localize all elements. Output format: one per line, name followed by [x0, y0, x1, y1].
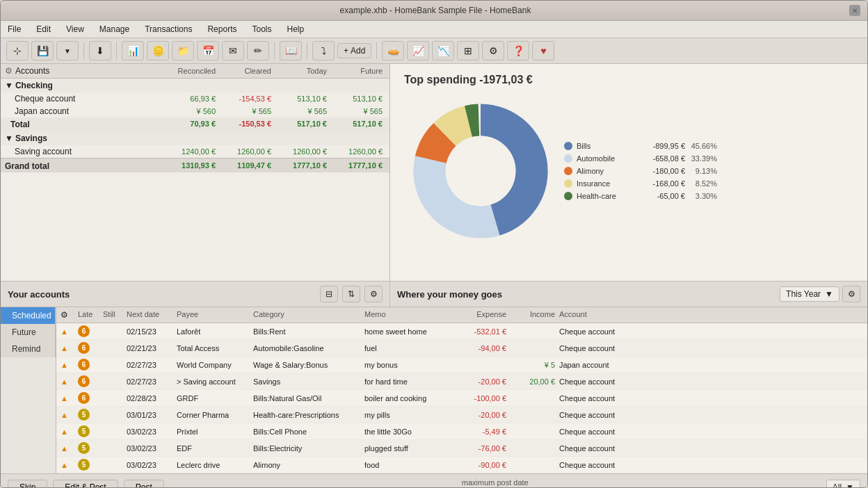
alimony-dot — [564, 167, 572, 175]
accounts-table-header: ⚙ Accounts Reconciled Cleared Today Futu… — [1, 64, 389, 79]
late-badge: 5 — [78, 459, 90, 471]
close-button[interactable]: ✕ — [849, 5, 860, 16]
tab-scheduled[interactable]: Scheduled — [1, 307, 56, 324]
filter-icon-btn[interactable]: ⊟ — [320, 286, 338, 302]
cheque-account-row[interactable]: Cheque account 66,93 € -154,53 € 513,10 … — [1, 92, 389, 105]
toolbar-cursor-btn[interactable]: ⊹ — [6, 41, 29, 60]
toolbar-save-btn[interactable]: 💾 — [31, 41, 54, 60]
toolbar-import-btn[interactable]: ⤵ — [312, 41, 335, 60]
toolbar-calendar-btn[interactable]: 📅 — [197, 41, 219, 60]
period-dropdown[interactable]: This Year ▼ — [780, 286, 839, 302]
account-cell: Cheque account — [557, 392, 634, 405]
memo-cell: plugged stuff — [362, 442, 453, 455]
toolbar-chart-btn[interactable]: 📊 — [122, 41, 144, 60]
table-row[interactable]: ▲ 5 03/02/23 Prixtel Bills:Cell Phone th… — [56, 423, 867, 440]
income-cell — [508, 446, 557, 450]
lower-row: Scheduled Future Remind ⚙ Late Still Nex… — [1, 307, 867, 487]
menu-edit[interactable]: Edit — [33, 23, 54, 35]
toolbar-heart-btn[interactable]: ♥ — [532, 41, 554, 60]
insurance-dot — [564, 179, 572, 188]
saving-account-row[interactable]: Saving account 1240,00 € 1260,00 € 1260,… — [1, 145, 389, 158]
left-bottom-actions: ⊟ ⇅ ⚙ — [320, 286, 383, 302]
insurance-amount: -168,00 € — [636, 179, 685, 188]
skip-button[interactable]: Skip — [8, 480, 47, 488]
japan-future: ¥ 565 — [330, 107, 385, 115]
still-cell — [101, 446, 124, 450]
japan-account-row[interactable]: Japan account ¥ 560 ¥ 565 ¥ 565 ¥ 565 — [1, 105, 389, 117]
still-cell — [101, 346, 124, 350]
toolbar-download-btn[interactable]: ⬇ — [89, 41, 111, 60]
payee-cell: World Company — [175, 359, 251, 371]
savings-group-row[interactable]: ▼Savings — [1, 131, 389, 145]
menu-manage[interactable]: Manage — [97, 23, 132, 35]
lower-content: Scheduled Future Remind ⚙ Late Still Nex… — [1, 307, 867, 473]
toolbar-pen-btn[interactable]: ✏ — [247, 41, 269, 60]
post-button[interactable]: Post — [124, 480, 164, 488]
expense-col-header: Expense — [453, 307, 508, 323]
memo-cell: home sweet home — [362, 325, 453, 338]
toolbar-help-btn[interactable]: ❓ — [507, 41, 529, 60]
menu-file[interactable]: File — [5, 23, 24, 35]
tx-sidebar: Scheduled Future Remind — [1, 307, 56, 473]
tab-future[interactable]: Future — [1, 324, 56, 341]
table-row[interactable]: ▲ 5 03/01/23 Corner Pharma Health-care:P… — [56, 407, 867, 423]
menu-tools[interactable]: Tools — [249, 23, 274, 35]
grand-cleared: 1109,47 € — [218, 161, 274, 171]
menu-view[interactable]: View — [63, 23, 87, 35]
menu-transactions[interactable]: Transactions — [142, 23, 195, 35]
chart-bottom-bar: Where your money goes This Year ▼ ⚙ — [390, 281, 867, 307]
checking-total-reconciled: 70,93 € — [156, 120, 218, 129]
settings-icon-btn[interactable]: ⚙ — [364, 286, 383, 302]
warn-icon: ▲ — [56, 459, 76, 471]
chart-settings-btn[interactable]: ⚙ — [842, 286, 860, 302]
toolbar-folder-btn[interactable]: 📁 — [172, 41, 194, 60]
toolbar-book-btn[interactable]: 📖 — [280, 41, 302, 60]
account-cell: Cheque account — [557, 409, 634, 421]
future-col-header: Future — [330, 67, 385, 75]
tab-remind[interactable]: Remind — [1, 341, 56, 357]
japan-account-name: Japan account — [15, 106, 156, 116]
late-badge: 6 — [78, 342, 90, 354]
late-badge: 6 — [78, 325, 90, 337]
table-row[interactable]: ▲ 6 02/21/23 Total Access Automobile:Gas… — [56, 340, 867, 357]
gear-col[interactable]: ⚙ — [56, 307, 76, 323]
menu-reports[interactable]: Reports — [204, 23, 239, 35]
tx-col-headers: ⚙ Late Still Next date Payee Category Me… — [56, 307, 867, 323]
legend-item-auto: Automobile -658,08 € 33.39% — [564, 154, 717, 163]
table-row[interactable]: ▲ 6 02/27/23 > Saving account Savings fo… — [56, 373, 867, 390]
toolbar-dropdown-btn[interactable]: ▼ — [56, 41, 79, 60]
gear-header-icon: ⚙ — [61, 310, 68, 320]
table-row[interactable]: ▲ 6 02/15/23 Laforêt Bills:Rent home swe… — [56, 323, 867, 340]
memo-cell: my bonus — [362, 359, 453, 371]
badge-cell: 6 — [76, 357, 101, 373]
account-cell: Cheque account — [557, 375, 634, 388]
insurance-label: Insurance — [577, 179, 632, 188]
toolbar-line-btn[interactable]: 📈 — [407, 41, 429, 60]
chart-legend: Bills -899,95 € 45.66% Automobile -658,0… — [564, 142, 717, 200]
table-row[interactable]: ▲ 5 03/02/23 Leclerc drive Alimony food … — [56, 457, 867, 473]
payee-cell: Leclerc drive — [175, 459, 251, 471]
toolbar-gear-btn[interactable]: ⚙ — [482, 41, 504, 60]
gear-icon[interactable]: ⚙ — [5, 66, 13, 76]
toolbar-coin-btn[interactable]: 🪙 — [147, 41, 169, 60]
svg-point-5 — [446, 136, 516, 206]
edit-post-button[interactable]: Edit & Post — [53, 480, 118, 488]
toolbar-pie-btn[interactable]: 🥧 — [382, 41, 404, 60]
table-row[interactable]: ▲ 6 02/27/23 World Company Wage & Salary… — [56, 357, 867, 373]
sort-icon-btn[interactable]: ⇅ — [342, 286, 360, 302]
bills-amount: -899,95 € — [636, 142, 685, 150]
toolbar-envelope-btn[interactable]: ✉ — [222, 41, 244, 60]
category-cell: Bills:Cell Phone — [251, 425, 362, 438]
toolbar-bar-btn[interactable]: 📉 — [432, 41, 454, 60]
checking-total-row: Total 70,93 € -150,53 € 517,10 € 517,10 … — [1, 117, 389, 131]
toolbar-add-btn[interactable]: + Add — [337, 43, 371, 58]
menu-help[interactable]: Help — [284, 23, 307, 35]
legend-item-alimony: Alimony -180,00 € 9.13% — [564, 167, 717, 175]
checking-group-row[interactable]: ▼Checking — [1, 79, 389, 92]
filter-dropdown[interactable]: All ▼ — [826, 480, 860, 488]
checking-group: ▼Checking Cheque account 66,93 € -154,53… — [1, 79, 389, 131]
table-row[interactable]: ▲ 5 03/02/23 EDF Bills:Electricity plugg… — [56, 440, 867, 457]
badge-cell: 6 — [76, 323, 101, 339]
table-row[interactable]: ▲ 6 02/28/23 GRDF Bills:Natural Gas/Oil … — [56, 390, 867, 407]
toolbar-table-btn[interactable]: ⊞ — [457, 41, 479, 60]
